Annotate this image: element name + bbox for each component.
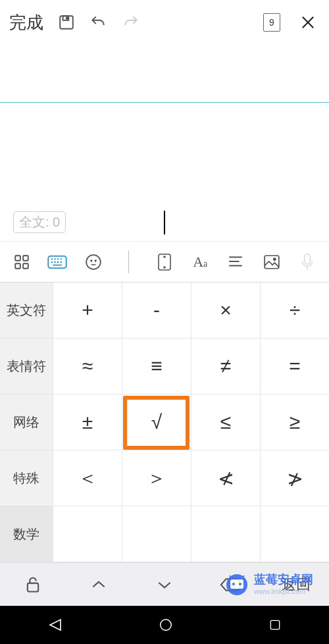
backspace-icon[interactable]: [197, 563, 263, 606]
symbol-key[interactable]: [191, 506, 260, 562]
top-toolbar: 完成 9: [0, 0, 329, 45]
symbol-key[interactable]: +: [53, 282, 122, 338]
symbol-key[interactable]: ≥: [260, 394, 329, 450]
svg-rect-15: [28, 583, 38, 591]
android-navbar: [0, 606, 329, 644]
symbol-key[interactable]: ≡: [122, 338, 191, 394]
emoji-icon[interactable]: [75, 242, 111, 282]
back-button[interactable]: 返回: [263, 563, 329, 606]
symbol-key[interactable]: [122, 506, 191, 562]
keyboard-icon[interactable]: [39, 242, 75, 282]
redo-icon[interactable]: [121, 14, 141, 31]
symbol-key[interactable]: √: [122, 394, 191, 450]
symbol-key[interactable]: ≤: [191, 394, 260, 450]
undo-icon[interactable]: [88, 14, 108, 31]
microphone-icon[interactable]: [290, 242, 325, 282]
symbol-key[interactable]: ×: [191, 282, 260, 338]
fullscreen-icon[interactable]: [147, 242, 182, 282]
toolbar-divider: [111, 242, 147, 282]
symbol-key[interactable]: ＞: [122, 450, 191, 506]
svg-rect-12: [265, 255, 279, 269]
nav-recent-icon[interactable]: [268, 618, 282, 631]
topbar-left-group: 完成: [8, 9, 141, 37]
category-tab[interactable]: 网络: [0, 394, 53, 450]
editor-area[interactable]: 全文: 0: [0, 103, 329, 241]
save-icon[interactable]: [58, 14, 75, 31]
symbol-key[interactable]: ÷: [260, 282, 329, 338]
svg-rect-3: [15, 255, 20, 261]
symbol-key[interactable]: ＜: [53, 450, 122, 506]
expand-down-icon[interactable]: [132, 563, 197, 606]
symbol-grid: +-×÷≈≡≠=±√≤≥＜＞≮≯: [53, 282, 329, 562]
svg-rect-4: [23, 255, 28, 261]
category-tabs: 英文符表情符网络特殊数学: [0, 282, 53, 562]
font-icon[interactable]: Aa: [182, 242, 218, 282]
symbol-key[interactable]: ≠: [191, 338, 260, 394]
format-toolbar: Aa: [0, 241, 329, 282]
symbol-key[interactable]: =: [260, 338, 329, 394]
svg-point-10: [164, 256, 165, 257]
ime-bottom-bar: 返回: [0, 562, 329, 606]
svg-point-13: [273, 258, 275, 260]
nav-back-icon[interactable]: [47, 617, 63, 633]
symbol-key[interactable]: ≈: [53, 338, 122, 394]
lock-icon[interactable]: [0, 563, 66, 606]
symbol-key[interactable]: [53, 506, 122, 562]
svg-rect-5: [15, 263, 20, 269]
category-tab[interactable]: 表情符: [0, 338, 53, 394]
symbol-key[interactable]: ≮: [191, 450, 260, 506]
align-icon[interactable]: [218, 242, 253, 282]
svg-rect-6: [23, 263, 28, 269]
apps-icon[interactable]: [4, 242, 39, 282]
category-tab[interactable]: 特殊: [0, 450, 53, 506]
topbar-right-group: 9: [263, 13, 321, 32]
svg-point-11: [164, 267, 165, 268]
svg-rect-17: [270, 620, 279, 629]
collapse-up-icon[interactable]: [66, 563, 132, 606]
nav-home-icon[interactable]: [159, 618, 173, 632]
text-cursor: [164, 211, 165, 234]
done-button[interactable]: 完成: [8, 9, 45, 37]
category-tab[interactable]: 英文符: [0, 282, 53, 338]
symbol-key[interactable]: ≯: [260, 450, 329, 506]
symbol-key[interactable]: ±: [53, 394, 122, 450]
svg-point-16: [161, 620, 172, 631]
symbol-key[interactable]: [260, 506, 329, 562]
title-area[interactable]: [0, 45, 329, 103]
word-count-badge: 全文: 0: [13, 211, 66, 233]
font-size-button[interactable]: 9: [263, 13, 280, 32]
svg-rect-2: [66, 17, 68, 18]
category-tab[interactable]: 数学: [0, 506, 53, 562]
symbol-panel: 英文符表情符网络特殊数学 +-×÷≈≡≠=±√≤≥＜＞≮≯: [0, 282, 329, 562]
close-button[interactable]: [295, 13, 321, 32]
symbol-key[interactable]: -: [122, 282, 191, 338]
svg-rect-14: [305, 254, 311, 264]
image-icon[interactable]: [254, 242, 290, 282]
svg-point-8: [86, 255, 101, 269]
